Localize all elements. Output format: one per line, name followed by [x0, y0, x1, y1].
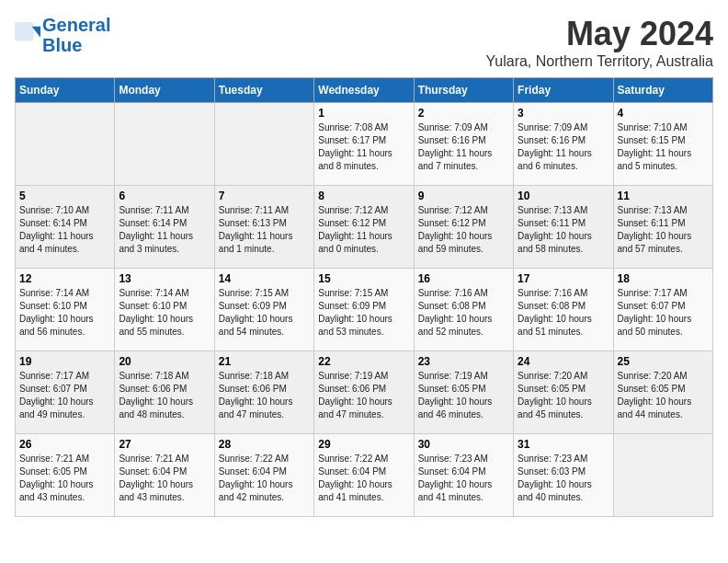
day-number: 21: [219, 355, 310, 368]
day-info: Sunrise: 7:15 AM Sunset: 6:09 PM Dayligh…: [219, 287, 310, 339]
day-number: 4: [618, 107, 709, 120]
day-number: 11: [618, 190, 709, 202]
day-cell: 22Sunrise: 7:19 AM Sunset: 6:06 PM Dayli…: [314, 351, 414, 434]
day-info: Sunrise: 7:23 AM Sunset: 6:04 PM Dayligh…: [418, 453, 509, 504]
day-info: Sunrise: 7:16 AM Sunset: 6:08 PM Dayligh…: [518, 287, 609, 339]
day-cell: 3Sunrise: 7:09 AM Sunset: 6:16 PM Daylig…: [514, 103, 613, 186]
day-cell: 6Sunrise: 7:11 AM Sunset: 6:14 PM Daylig…: [115, 186, 214, 269]
day-cell: 10Sunrise: 7:13 AM Sunset: 6:11 PM Dayli…: [514, 186, 613, 269]
day-cell: 11Sunrise: 7:13 AM Sunset: 6:11 PM Dayli…: [613, 186, 712, 269]
calendar-header-row: SundayMondayTuesdayWednesdayThursdayFrid…: [16, 78, 713, 103]
subtitle: Yulara, Northern Territory, Australia: [485, 53, 713, 70]
day-number: 28: [219, 438, 310, 451]
day-info: Sunrise: 7:19 AM Sunset: 6:05 PM Dayligh…: [418, 370, 509, 421]
day-number: 20: [119, 355, 210, 368]
day-cell: [214, 103, 313, 186]
week-row-1: 1Sunrise: 7:08 AM Sunset: 6:17 PM Daylig…: [16, 103, 713, 186]
day-cell: 18Sunrise: 7:17 AM Sunset: 6:07 PM Dayli…: [613, 269, 712, 351]
header-thursday: Thursday: [414, 78, 513, 103]
day-cell: 7Sunrise: 7:11 AM Sunset: 6:13 PM Daylig…: [214, 186, 313, 269]
week-row-2: 5Sunrise: 7:10 AM Sunset: 6:14 PM Daylig…: [16, 186, 713, 269]
day-number: 2: [418, 107, 509, 120]
day-cell: [613, 434, 712, 517]
day-number: 15: [318, 272, 409, 285]
day-number: 25: [618, 355, 709, 368]
day-cell: 13Sunrise: 7:14 AM Sunset: 6:10 PM Dayli…: [115, 269, 214, 351]
day-number: 9: [418, 190, 509, 202]
title-block: May 2024 Yulara, Northern Territory, Aus…: [485, 15, 713, 70]
day-info: Sunrise: 7:11 AM Sunset: 6:14 PM Dayligh…: [119, 204, 210, 256]
day-number: 26: [19, 438, 110, 451]
day-cell: 9Sunrise: 7:12 AM Sunset: 6:12 PM Daylig…: [414, 186, 513, 269]
day-number: 17: [518, 272, 609, 285]
day-number: 24: [518, 355, 609, 368]
day-info: Sunrise: 7:20 AM Sunset: 6:05 PM Dayligh…: [518, 370, 609, 421]
day-cell: 19Sunrise: 7:17 AM Sunset: 6:07 PM Dayli…: [16, 351, 115, 434]
day-number: 6: [119, 190, 210, 202]
day-cell: 21Sunrise: 7:18 AM Sunset: 6:06 PM Dayli…: [214, 351, 313, 434]
svg-rect-2: [15, 22, 34, 41]
day-cell: 30Sunrise: 7:23 AM Sunset: 6:04 PM Dayli…: [414, 434, 513, 517]
day-info: Sunrise: 7:22 AM Sunset: 6:04 PM Dayligh…: [318, 453, 409, 504]
day-info: Sunrise: 7:18 AM Sunset: 6:06 PM Dayligh…: [119, 370, 210, 421]
calendar-table: SundayMondayTuesdayWednesdayThursdayFrid…: [15, 77, 713, 517]
day-number: 18: [618, 272, 709, 285]
day-info: Sunrise: 7:09 AM Sunset: 6:16 PM Dayligh…: [418, 121, 509, 173]
day-number: 23: [418, 355, 509, 368]
main-title: May 2024: [485, 15, 713, 53]
week-row-5: 26Sunrise: 7:21 AM Sunset: 6:05 PM Dayli…: [16, 434, 713, 517]
day-number: 31: [518, 438, 609, 451]
week-row-4: 19Sunrise: 7:17 AM Sunset: 6:07 PM Dayli…: [16, 351, 713, 434]
day-cell: [115, 103, 214, 186]
day-info: Sunrise: 7:10 AM Sunset: 6:15 PM Dayligh…: [618, 121, 709, 173]
day-number: 7: [219, 190, 310, 202]
day-info: Sunrise: 7:09 AM Sunset: 6:16 PM Dayligh…: [518, 121, 609, 173]
week-row-3: 12Sunrise: 7:14 AM Sunset: 6:10 PM Dayli…: [16, 269, 713, 351]
day-number: 22: [318, 355, 409, 368]
day-cell: 15Sunrise: 7:15 AM Sunset: 6:09 PM Dayli…: [314, 269, 414, 351]
day-info: Sunrise: 7:20 AM Sunset: 6:05 PM Dayligh…: [618, 370, 709, 421]
day-info: Sunrise: 7:17 AM Sunset: 6:07 PM Dayligh…: [618, 287, 709, 339]
day-cell: 23Sunrise: 7:19 AM Sunset: 6:05 PM Dayli…: [414, 351, 513, 434]
day-cell: 26Sunrise: 7:21 AM Sunset: 6:05 PM Dayli…: [16, 434, 115, 517]
day-info: Sunrise: 7:10 AM Sunset: 6:14 PM Dayligh…: [19, 204, 110, 256]
day-cell: 1Sunrise: 7:08 AM Sunset: 6:17 PM Daylig…: [314, 103, 414, 186]
day-cell: 24Sunrise: 7:20 AM Sunset: 6:05 PM Dayli…: [514, 351, 613, 434]
day-info: Sunrise: 7:14 AM Sunset: 6:10 PM Dayligh…: [119, 287, 210, 339]
logo-line2: Blue: [42, 35, 110, 55]
header-saturday: Saturday: [613, 78, 712, 103]
day-cell: 5Sunrise: 7:10 AM Sunset: 6:14 PM Daylig…: [16, 186, 115, 269]
day-cell: 16Sunrise: 7:16 AM Sunset: 6:08 PM Dayli…: [414, 269, 513, 351]
day-number: 1: [318, 107, 409, 120]
day-cell: 8Sunrise: 7:12 AM Sunset: 6:12 PM Daylig…: [314, 186, 414, 269]
day-number: 30: [418, 438, 509, 451]
day-info: Sunrise: 7:13 AM Sunset: 6:11 PM Dayligh…: [518, 204, 609, 256]
header-monday: Monday: [115, 78, 214, 103]
day-cell: [16, 103, 115, 186]
day-cell: 25Sunrise: 7:20 AM Sunset: 6:05 PM Dayli…: [613, 351, 712, 434]
day-cell: 17Sunrise: 7:16 AM Sunset: 6:08 PM Dayli…: [514, 269, 613, 351]
day-number: 8: [318, 190, 409, 202]
header-tuesday: Tuesday: [214, 78, 313, 103]
day-info: Sunrise: 7:19 AM Sunset: 6:06 PM Dayligh…: [318, 370, 409, 421]
day-cell: 28Sunrise: 7:22 AM Sunset: 6:04 PM Dayli…: [214, 434, 313, 517]
day-number: 5: [19, 190, 110, 202]
day-info: Sunrise: 7:21 AM Sunset: 6:04 PM Dayligh…: [119, 453, 210, 504]
day-number: 16: [418, 272, 509, 285]
day-cell: 14Sunrise: 7:15 AM Sunset: 6:09 PM Dayli…: [214, 269, 313, 351]
day-number: 12: [19, 272, 110, 285]
header-friday: Friday: [514, 78, 613, 103]
page-header: General Blue May 2024 Yulara, Northern T…: [15, 15, 713, 70]
day-cell: 29Sunrise: 7:22 AM Sunset: 6:04 PM Dayli…: [314, 434, 414, 517]
day-cell: 12Sunrise: 7:14 AM Sunset: 6:10 PM Dayli…: [16, 269, 115, 351]
day-info: Sunrise: 7:12 AM Sunset: 6:12 PM Dayligh…: [418, 204, 509, 256]
day-cell: 2Sunrise: 7:09 AM Sunset: 6:16 PM Daylig…: [414, 103, 513, 186]
day-number: 3: [518, 107, 609, 120]
header-wednesday: Wednesday: [314, 78, 414, 103]
header-sunday: Sunday: [16, 78, 115, 103]
day-info: Sunrise: 7:18 AM Sunset: 6:06 PM Dayligh…: [219, 370, 310, 421]
day-cell: 4Sunrise: 7:10 AM Sunset: 6:15 PM Daylig…: [613, 103, 712, 186]
day-info: Sunrise: 7:17 AM Sunset: 6:07 PM Dayligh…: [19, 370, 110, 421]
day-number: 14: [219, 272, 310, 285]
logo: General Blue: [15, 15, 110, 55]
